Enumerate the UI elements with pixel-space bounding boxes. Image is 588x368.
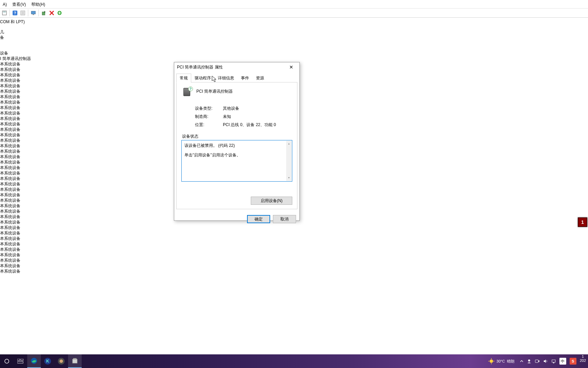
dialog-title: PCI 简单通讯控制器 属性 bbox=[177, 64, 284, 70]
tree-category[interactable]: 设备 bbox=[0, 50, 588, 56]
tree-system-device[interactable]: 本系统设备 bbox=[0, 263, 588, 269]
taskbar-app-edge[interactable] bbox=[27, 354, 41, 368]
svg-point-20 bbox=[60, 359, 63, 363]
tree-node[interactable]: 几 bbox=[0, 29, 588, 35]
svg-rect-8 bbox=[31, 11, 35, 14]
status-line: 单击"启用设备"启用这个设备。 bbox=[184, 152, 289, 158]
tree-pci-item[interactable]: I 简单通讯控制器 bbox=[0, 56, 588, 61]
taskbar-app-devmgr[interactable] bbox=[68, 354, 82, 368]
svg-rect-22 bbox=[73, 358, 77, 359]
clock-time: 1 bbox=[582, 354, 584, 358]
tray-volume-icon[interactable] bbox=[542, 354, 549, 368]
enable-icon[interactable] bbox=[56, 9, 63, 17]
label-location: 位置: bbox=[195, 122, 223, 128]
sogou-badge: S bbox=[570, 358, 576, 365]
close-icon[interactable]: ✕ bbox=[284, 63, 298, 72]
dialog-footer: 确定 取消 bbox=[174, 211, 299, 227]
svg-rect-9 bbox=[33, 14, 34, 15]
tab-events[interactable]: 事件 bbox=[238, 74, 252, 83]
device-info: 设备类型: 其他设备 制造商: 未知 位置: PCI 总线 0、设备 22、功能… bbox=[195, 104, 292, 129]
toolbar-separator bbox=[10, 10, 10, 16]
svg-rect-0 bbox=[2, 11, 6, 15]
value-manufacturer: 未知 bbox=[223, 114, 231, 120]
tree-system-device[interactable]: 本系统设备 bbox=[0, 247, 588, 252]
menu-bar: A) 查看(V) 帮助(H) bbox=[0, 0, 588, 8]
tree-system-device[interactable]: 本系统设备 bbox=[0, 230, 588, 236]
sun-icon bbox=[488, 358, 494, 364]
start-button[interactable] bbox=[0, 354, 14, 368]
tray-meet-icon[interactable] bbox=[534, 354, 541, 368]
tree-blank bbox=[0, 25, 588, 29]
svg-rect-14 bbox=[21, 359, 23, 361]
status-line: 该设备已被禁用。 (代码 22) bbox=[184, 142, 289, 149]
properties-dialog: PCI 简单通讯控制器 属性 ✕ 常规 驱动程序 详细信息 事件 资源 ? PC… bbox=[174, 62, 300, 221]
menu-view[interactable]: 查看(V) bbox=[10, 0, 29, 9]
status-label: 设备状态 bbox=[181, 134, 199, 139]
svg-point-23 bbox=[490, 359, 493, 363]
clock-date: 202 bbox=[580, 358, 586, 363]
ok-button[interactable]: 确定 bbox=[247, 215, 270, 223]
device-name-label: PCI 简单通讯控制器 bbox=[196, 87, 233, 94]
tab-resources[interactable]: 资源 bbox=[252, 74, 267, 83]
tray-sogou[interactable]: S bbox=[568, 354, 578, 368]
device-chip-icon: ? bbox=[183, 87, 192, 97]
toolbar-separator bbox=[38, 10, 39, 16]
tab-driver[interactable]: 驱动程序 bbox=[191, 74, 214, 83]
weather-cond: 晴朗 bbox=[507, 359, 514, 364]
label-manufacturer: 制造商: bbox=[195, 114, 223, 120]
taskbar-app-3[interactable] bbox=[54, 354, 68, 368]
tree-system-device[interactable]: 本系统设备 bbox=[0, 241, 588, 247]
tray-ime[interactable]: 中 bbox=[558, 354, 568, 368]
toolbar-separator bbox=[28, 10, 28, 16]
update-driver-icon[interactable] bbox=[40, 9, 48, 17]
toolbar-btn-1[interactable] bbox=[1, 9, 8, 17]
svg-rect-13 bbox=[17, 359, 20, 361]
tab-body-general: ? PCI 简单通讯控制器 设备类型: 其他设备 制造商: 未知 位置: PCI… bbox=[176, 82, 297, 209]
cancel-button[interactable]: 取消 bbox=[273, 215, 296, 223]
tree-ports[interactable]: COM 和 LPT) bbox=[0, 19, 588, 25]
taskbar-right: 30°C 晴朗 中 S 1 202 bbox=[485, 354, 588, 368]
tree-system-device[interactable]: 本系统设备 bbox=[0, 258, 588, 263]
tree-system-device[interactable]: 本系统设备 bbox=[0, 269, 588, 274]
menu-action[interactable]: A) bbox=[0, 1, 10, 8]
tab-strip: 常规 驱动程序 详细信息 事件 资源 bbox=[174, 72, 299, 82]
svg-text:?: ? bbox=[14, 11, 16, 15]
svg-rect-29 bbox=[535, 360, 538, 363]
status-textbox[interactable]: 该设备已被禁用。 (代码 22) 单击"启用设备"启用这个设备。 ▴▾ bbox=[181, 140, 292, 182]
weather-temp: 30°C bbox=[496, 359, 505, 363]
value-location: PCI 总线 0、设备 22、功能 0 bbox=[223, 122, 276, 128]
svg-point-12 bbox=[5, 359, 9, 363]
svg-point-28 bbox=[528, 359, 530, 362]
tree-system-device[interactable]: 本系统设备 bbox=[0, 236, 588, 241]
tray-people-icon[interactable] bbox=[525, 354, 533, 368]
device-header: ? PCI 简单通讯控制器 bbox=[181, 87, 292, 97]
tray-chevron-up-icon[interactable] bbox=[519, 354, 525, 368]
taskbar: K 30°C 晴朗 中 S bbox=[0, 354, 588, 368]
tray-network-icon[interactable] bbox=[550, 354, 557, 368]
weather-widget[interactable]: 30°C 晴朗 bbox=[485, 354, 518, 368]
monitor-icon[interactable] bbox=[30, 9, 37, 17]
dialog-titlebar[interactable]: PCI 简单通讯控制器 属性 ✕ bbox=[174, 62, 299, 72]
status-fieldset: 设备状态 该设备已被禁用。 (代码 22) 单击"启用设备"启用这个设备。 ▴▾ bbox=[181, 134, 292, 182]
svg-rect-15 bbox=[17, 362, 23, 363]
tree-node[interactable]: 备 bbox=[0, 35, 588, 40]
tree-system-device[interactable]: 本系统设备 bbox=[0, 252, 588, 258]
enable-device-button[interactable]: 启用设备(N) bbox=[251, 197, 292, 205]
svg-rect-1 bbox=[3, 12, 6, 12]
ime-badge: 中 bbox=[559, 358, 566, 365]
tab-general[interactable]: 常规 bbox=[176, 74, 191, 83]
menu-help[interactable]: 帮助(H) bbox=[29, 0, 48, 9]
properties-icon[interactable] bbox=[19, 9, 27, 17]
tab-details[interactable]: 详细信息 bbox=[214, 74, 238, 83]
scrollbar[interactable]: ▴▾ bbox=[286, 141, 292, 181]
disable-icon[interactable] bbox=[48, 9, 55, 17]
taskbar-app-k[interactable]: K bbox=[41, 354, 54, 368]
label-device-type: 设备类型: bbox=[195, 106, 223, 111]
help-icon[interactable]: ? bbox=[11, 9, 19, 17]
tree-blank bbox=[0, 40, 588, 50]
task-view-button[interactable] bbox=[14, 354, 27, 368]
tray-clock[interactable]: 1 202 bbox=[578, 354, 587, 368]
svg-text:K: K bbox=[46, 359, 49, 364]
svg-rect-21 bbox=[72, 359, 77, 363]
floating-badge[interactable]: 1 bbox=[578, 217, 587, 227]
